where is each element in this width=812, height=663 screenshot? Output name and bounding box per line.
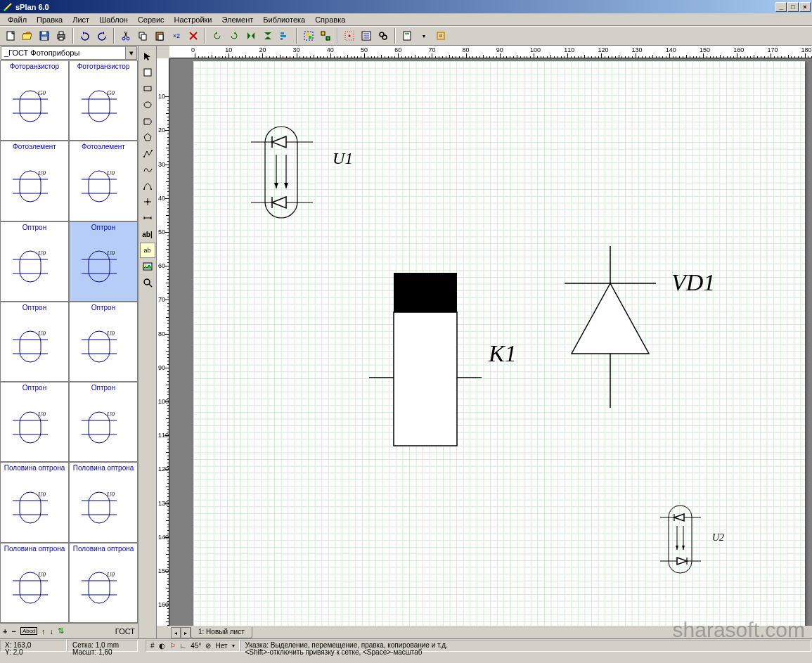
polygon-tool-icon[interactable] (140, 129, 155, 145)
node-tool-icon[interactable] (140, 194, 155, 210)
svg-rect-13 (158, 34, 163, 40)
bezier-tool-icon[interactable] (140, 178, 155, 193)
library-item[interactable]: ОптронU0 (0, 221, 69, 302)
component-u2[interactable] (657, 502, 714, 579)
add-lib-icon[interactable]: + (3, 627, 7, 636)
group-icon[interactable] (301, 28, 316, 44)
lib-up-icon[interactable]: ↑ (41, 627, 46, 636)
menu-help[interactable]: Справка (310, 14, 350, 25)
ungroup-icon[interactable] (318, 28, 333, 44)
pointer-tool-icon[interactable] (140, 49, 155, 64)
sheet-tool-icon[interactable] (140, 65, 155, 80)
window-title: sPlan 6.0 (15, 3, 775, 11)
svg-point-97 (144, 279, 150, 285)
line-tool-icon[interactable] (140, 146, 155, 161)
flip-h-icon[interactable] (243, 28, 259, 44)
library-item[interactable]: ОптронU0 (69, 302, 138, 382)
library-item[interactable]: ФоторанзисторG0 (0, 60, 69, 141)
close-button[interactable]: × (799, 2, 811, 12)
rotate-cw-icon[interactable] (226, 28, 242, 44)
redo-icon[interactable] (94, 28, 110, 44)
library-item[interactable]: ОптронU0 (0, 302, 69, 382)
svg-rect-6 (59, 32, 63, 34)
library-select-dropdown-icon[interactable]: ▾ (125, 47, 136, 59)
circle-tool-icon[interactable] (140, 97, 155, 112)
library-item[interactable]: ФотоэлементU0 (69, 141, 138, 221)
zoom-tool-icon[interactable] (140, 275, 155, 290)
menu-element[interactable]: Элемент (217, 14, 258, 25)
library-item[interactable]: Половина оптронаU0 (69, 462, 138, 542)
component-vd1[interactable] (550, 243, 670, 411)
maximize-button[interactable]: □ (787, 2, 799, 12)
library-item[interactable]: ОптронU0 (69, 382, 138, 462)
canvas-scroll[interactable]: U1 K1 VD1 (169, 58, 812, 626)
dimension-tool-icon[interactable] (140, 210, 155, 226)
menu-settings[interactable]: Настройки (169, 14, 217, 25)
tab-prev-icon[interactable]: ◂ (171, 627, 181, 638)
menu-sheet[interactable]: Лист (67, 14, 94, 25)
contrast-icon[interactable]: ◐ (159, 642, 165, 650)
library-item[interactable]: Половина оптронаU0 (0, 462, 69, 542)
save-icon[interactable] (37, 28, 52, 44)
cut-icon[interactable] (118, 28, 134, 44)
library-select[interactable]: _ГОСТ Фотоприборы ▾ (1, 46, 137, 60)
library-item[interactable]: Половина оптронаU0 (0, 543, 69, 623)
new-icon[interactable] (3, 28, 18, 44)
image-tool-icon[interactable] (140, 259, 155, 274)
menu-library[interactable]: Библиотека (258, 14, 310, 25)
label-tool-icon[interactable]: ab (140, 243, 155, 258)
snap-icon[interactable] (342, 28, 357, 44)
svg-text:U0: U0 (38, 411, 46, 418)
delete-icon[interactable] (186, 28, 201, 44)
open-icon[interactable] (20, 28, 35, 44)
capture-icon[interactable]: ⚐ (169, 642, 176, 650)
rect-tool-icon[interactable] (140, 81, 155, 96)
snap-dropdown-icon[interactable]: ▾ (232, 643, 235, 649)
paste-icon[interactable] (152, 28, 167, 44)
snap-toggle-icon[interactable]: ⊘ (205, 642, 211, 650)
duplicate-icon[interactable]: ×2 (169, 28, 184, 44)
remove-lib-icon[interactable]: − (11, 627, 15, 636)
tab-next-icon[interactable]: ▸ (181, 627, 191, 638)
lib-sort-icon[interactable]: ⇅ (58, 626, 64, 636)
canvas-paper[interactable]: U1 K1 VD1 (193, 61, 805, 626)
page-dropdown-icon[interactable]: ▾ (416, 28, 432, 44)
find-icon[interactable] (375, 28, 391, 44)
component-k1[interactable] (355, 269, 503, 465)
variables-icon[interactable] (359, 28, 374, 44)
freehand-tool-icon[interactable] (140, 162, 155, 177)
ruler-vertical: 102030405060708090100110120130140150160 (157, 58, 169, 626)
library-item[interactable]: Половина оптронаU0 (69, 543, 138, 623)
svg-point-90 (143, 156, 145, 157)
svg-rect-88 (144, 86, 151, 91)
library-item[interactable]: ФотоэлементU0 (0, 141, 69, 221)
library-item-preview: U0 (1, 152, 68, 220)
print-icon[interactable] (53, 28, 69, 44)
menu-template[interactable]: Шаблон (94, 14, 133, 25)
copy-icon[interactable] (135, 28, 150, 44)
component-u1[interactable] (250, 121, 327, 226)
angle-icon[interactable]: ∟ (180, 642, 187, 650)
menu-file[interactable]: Файл (3, 14, 32, 25)
status-bar-1: X: 163,0 Y: 2,0 Сетка: 1,0 mm Масшт: 1,6… (0, 638, 812, 652)
page-setup-icon[interactable] (399, 28, 415, 44)
rectfill-tool-icon[interactable] (140, 113, 155, 129)
library-item[interactable]: ОптронU0 (69, 221, 138, 302)
menu-service[interactable]: Сервис (133, 14, 169, 25)
library-item[interactable]: ФототранзисторG0 (69, 60, 138, 141)
grid-toggle-icon[interactable]: # (150, 642, 155, 650)
fit-page-icon[interactable] (433, 28, 449, 44)
minimize-button[interactable]: _ (775, 2, 787, 12)
flip-v-icon[interactable] (260, 28, 276, 44)
lib-label-icon[interactable]: Abcd (20, 627, 37, 635)
library-item[interactable]: ОптронU0 (0, 382, 69, 462)
text-tool-icon[interactable]: ab| (140, 226, 155, 242)
sheet-tab-1[interactable]: 1: Новый лист (191, 627, 252, 638)
rotate-ccw-icon[interactable] (210, 28, 225, 44)
library-item-label: Половина оптрона (1, 543, 68, 554)
menu-edit[interactable]: Правка (32, 14, 67, 25)
undo-icon[interactable] (77, 28, 93, 44)
lib-down-icon[interactable]: ↓ (50, 627, 54, 636)
library-item-label: Оптрон (1, 222, 68, 233)
align-icon[interactable] (277, 28, 292, 44)
